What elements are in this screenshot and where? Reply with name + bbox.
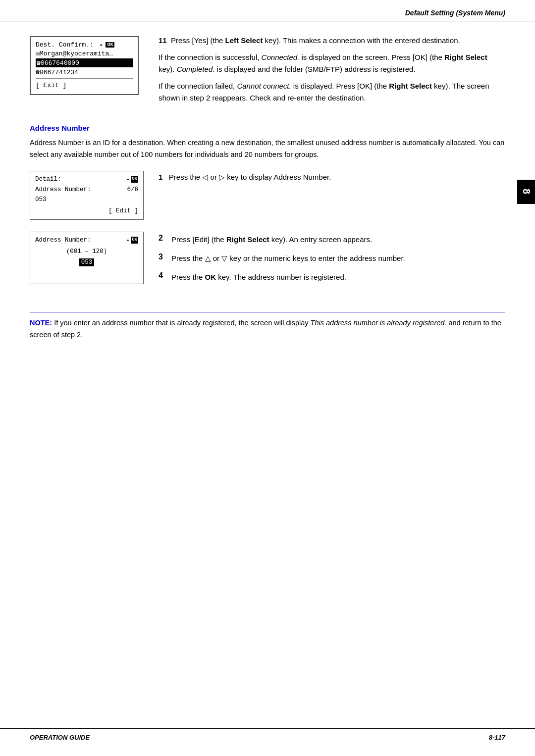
detail-sun-icon: ✦: [126, 176, 129, 183]
step-3-text: Press the △ or ▽ key or the numeric keys…: [171, 252, 505, 264]
note-label: NOTE:: [30, 319, 52, 327]
addr-range: (001 – 120): [66, 248, 107, 255]
detail-053: 053: [35, 196, 47, 203]
addr-left-1: Address Number:: [35, 236, 91, 245]
screen-row-2: ✉Morgan@kyoceramita…: [36, 50, 133, 57]
screen-exit-row: [ Exit ]: [36, 81, 133, 89]
screen-dest-line1: Dest. Confirm.:: [36, 41, 98, 49]
footer-left: OPERATION GUIDE: [30, 734, 90, 741]
step-11-number: 11: [159, 36, 167, 45]
screen-row-3-highlighted: ☎0667640000: [36, 58, 133, 67]
addr-label: Address Number:: [35, 236, 91, 245]
detail-exit-row: [ Edit ]: [35, 206, 138, 216]
step-1-row: Detail: ✦ OK Address Number: 6/6: [30, 171, 505, 220]
ok-badge-1: OK: [106, 42, 114, 48]
note-box: NOTE: If you enter an address number tha…: [30, 312, 505, 341]
step-4-item: 4 Press the OK key. The address number i…: [159, 271, 505, 283]
step-screens-top: Detail: ✦ OK Address Number: 6/6: [30, 171, 144, 220]
detail-left-1: Detail:: [35, 175, 61, 184]
side-tab: 8: [517, 180, 535, 204]
screen-fax2: ☎0667741234: [36, 68, 78, 76]
addr-right-1: ✦ OK: [126, 237, 138, 244]
detail-row-3: 053: [35, 195, 138, 204]
right-select-bold-2: Right Select: [389, 82, 432, 90]
footer-right: 8-117: [489, 734, 505, 741]
info-block-2: If the connection failed, Cannot connect…: [159, 80, 505, 104]
step-11-block: 11 Press [Yes] (the Left Select key). Th…: [159, 36, 505, 109]
step-2-num: 2: [159, 234, 166, 243]
detail-addr-label: Address Number:: [35, 185, 91, 195]
detail-row-2: Address Number: 6/6: [35, 185, 138, 195]
header-title: Default Setting (System Menu): [405, 9, 505, 17]
step-3-item: 3 Press the △ or ▽ key or the numeric ke…: [159, 252, 505, 264]
address-number-section: Address Number Address Number is an ID f…: [30, 124, 505, 341]
screen-email: ✉Morgan@kyoceramita…: [36, 50, 113, 57]
screen-fax1: ☎0667640000: [37, 59, 79, 67]
addr-spacer: [35, 270, 138, 280]
detail-right-1: ✦ OK: [126, 176, 138, 183]
detail-exit: [ Edit ]: [108, 207, 138, 214]
addr-range-row: (001 – 120): [35, 247, 138, 256]
step-1-num: 1: [159, 173, 162, 181]
note-paragraph: NOTE: If you enter an address number tha…: [30, 317, 505, 341]
detail-label: Detail:: [35, 175, 61, 184]
completed-text: Completed.: [177, 65, 215, 73]
step-11-info-blocks: If the connection is successful, Connect…: [159, 51, 505, 104]
step-1-paragraph: 1 Press the ◁ or ▷ key to display Addres…: [159, 173, 505, 182]
address-number-screen: Address Number: ✦ OK (001 – 120) 053: [30, 232, 144, 284]
note-italic: This address number is already registere…: [311, 319, 447, 327]
step-2-text: Press [Edit] (the Right Select key). An …: [171, 234, 505, 246]
cannot-connect-text: Cannot connect.: [237, 82, 291, 90]
detail-ok-badge: OK: [131, 176, 138, 183]
connected-text: Connected.: [262, 53, 300, 61]
step-11-bold: Left Select: [225, 36, 263, 45]
steps-area: Detail: ✦ OK Address Number: 6/6: [30, 171, 505, 302]
steps-2-4-text-block: 2 Press [Edit] (the Right Select key). A…: [159, 232, 505, 290]
detail-row-1: Detail: ✦ OK: [35, 175, 138, 184]
step-4-bold: OK: [205, 273, 216, 281]
addr-value: 053: [79, 258, 95, 266]
address-number-intro: Address Number is an ID for a destinatio…: [30, 137, 505, 161]
step-11-paragraph: 11 Press [Yes] (the Left Select key). Th…: [159, 36, 505, 45]
step-4-num: 4: [159, 271, 166, 280]
page-footer: OPERATION GUIDE 8-117: [0, 728, 535, 746]
dest-confirm-screen: Dest. Confirm.: ✦ OK ✉Morgan@kyoceramita…: [30, 36, 139, 95]
addr-ok-badge: OK: [131, 237, 138, 244]
right-select-bold-1: Right Select: [444, 53, 487, 61]
info-block-1: If the connection is successful, Connect…: [159, 51, 505, 75]
detail-addr-val: 6/6: [127, 185, 138, 195]
screen-divider: [36, 78, 133, 79]
address-number-heading: Address Number: [30, 124, 505, 132]
step-4-text: Press the OK key. The address number is …: [171, 271, 505, 283]
page-header: Default Setting (System Menu): [0, 0, 535, 21]
section-top: Dest. Confirm.: ✦ OK ✉Morgan@kyoceramita…: [30, 36, 505, 109]
sun-icon: ✦: [100, 42, 103, 48]
step-1-text-block: 1 Press the ◁ or ▷ key to display Addres…: [159, 171, 505, 182]
step-screens-bottom: Address Number: ✦ OK (001 – 120) 053: [30, 232, 144, 284]
step-2-item: 2 Press [Edit] (the Right Select key). A…: [159, 234, 505, 246]
screen-row-1: Dest. Confirm.: ✦ OK: [36, 41, 133, 49]
addr-row-1: Address Number: ✦ OK: [35, 236, 138, 245]
screen-exit: [ Exit ]: [36, 82, 66, 89]
addr-sun-icon: ✦: [126, 237, 129, 244]
step-2-bold: Right Select: [226, 235, 269, 244]
step-2-row: Address Number: ✦ OK (001 – 120) 053: [30, 232, 505, 290]
addr-value-row: 053: [35, 258, 138, 267]
page-content: 8 Dest. Confirm.: ✦ OK ✉Morgan@kyocerami…: [0, 21, 535, 356]
step-3-num: 3: [159, 252, 166, 261]
detail-screen: Detail: ✦ OK Address Number: 6/6: [30, 171, 144, 220]
screen-row-4: ☎0667741234: [36, 68, 133, 76]
